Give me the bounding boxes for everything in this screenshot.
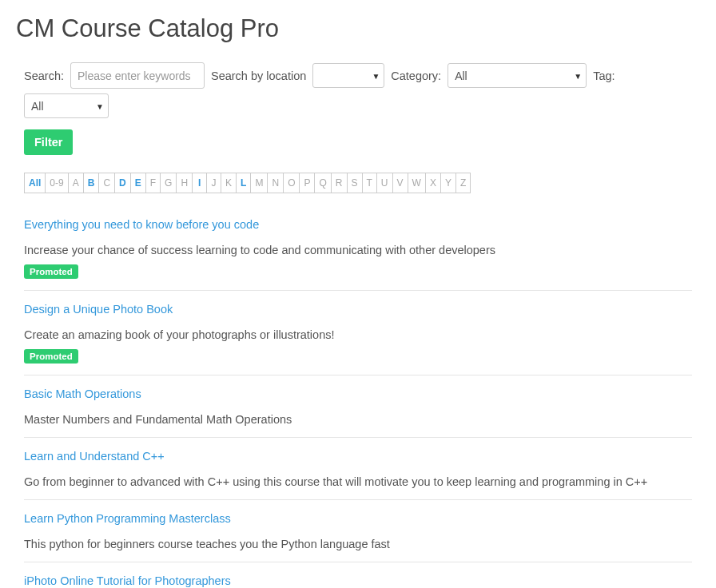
- alpha-letter-a[interactable]: A: [68, 173, 84, 193]
- alpha-letter-n[interactable]: N: [267, 173, 284, 193]
- alpha-letter-v[interactable]: V: [392, 173, 408, 193]
- alpha-letter-y[interactable]: Y: [440, 173, 456, 193]
- course-item: iPhoto Online Tutorial for Photographers…: [24, 562, 692, 588]
- course-description: Increase your chance of success learning…: [24, 244, 692, 256]
- course-item: Learn Python Programming MasterclassThis…: [24, 500, 692, 562]
- course-title-link[interactable]: iPhoto Online Tutorial for Photographers: [24, 574, 231, 587]
- alpha-letter-d[interactable]: D: [114, 173, 131, 193]
- alpha-letter-i[interactable]: I: [192, 173, 207, 193]
- alpha-letter-p[interactable]: P: [299, 173, 315, 193]
- search-input[interactable]: [70, 62, 205, 89]
- tag-label: Tag:: [593, 70, 615, 82]
- course-list: Everything you need to know before you c…: [24, 206, 692, 588]
- alpha-letter-j[interactable]: J: [206, 173, 221, 193]
- page-title: CM Course Catalog Pro: [16, 14, 700, 43]
- course-item: Design a Unique Photo BookCreate an amaz…: [24, 291, 692, 375]
- course-title-link[interactable]: Design a Unique Photo Book: [24, 303, 173, 316]
- alpha-letter-x[interactable]: X: [425, 173, 441, 193]
- promoted-badge: Promoted: [24, 264, 78, 279]
- course-title-link[interactable]: Learn and Understand C++: [24, 450, 165, 463]
- course-item: Everything you need to know before you c…: [24, 206, 692, 291]
- alpha-letter-w[interactable]: W: [408, 173, 426, 193]
- category-label: Category:: [391, 70, 441, 82]
- course-title-link[interactable]: Everything you need to know before you c…: [24, 218, 259, 231]
- course-description: This python for beginners course teaches…: [24, 538, 692, 550]
- category-select[interactable]: All: [448, 63, 587, 88]
- alphabet-filter: All0-9ABCDEFGHIJKLMNOPQRSTUVWXYZ: [24, 173, 692, 193]
- alpha-letter-0-9[interactable]: 0-9: [45, 173, 68, 193]
- alpha-letter-z[interactable]: Z: [455, 173, 471, 193]
- alpha-letter-u[interactable]: U: [376, 173, 393, 193]
- alpha-letter-g[interactable]: G: [160, 173, 177, 193]
- course-title-link[interactable]: Basic Math Operations: [24, 387, 141, 400]
- location-select[interactable]: [312, 63, 384, 88]
- course-description: Master Numbers and Fundamental Math Oper…: [24, 413, 692, 426]
- alpha-letter-r[interactable]: R: [331, 173, 348, 193]
- course-description: Go from beginner to advanced with C++ us…: [24, 475, 692, 488]
- tag-select[interactable]: All: [24, 93, 109, 118]
- course-title-link[interactable]: Learn Python Programming Masterclass: [24, 512, 231, 525]
- promoted-badge: Promoted: [24, 349, 78, 364]
- filter-button[interactable]: Filter: [24, 129, 73, 155]
- alpha-letter-q[interactable]: Q: [314, 173, 331, 193]
- course-item: Learn and Understand C++Go from beginner…: [24, 438, 692, 500]
- alpha-letter-all[interactable]: All: [24, 173, 46, 193]
- location-label: Search by location: [211, 70, 306, 82]
- course-item: Basic Math OperationsMaster Numbers and …: [24, 375, 692, 438]
- alpha-letter-c[interactable]: C: [98, 173, 115, 193]
- alpha-letter-b[interactable]: B: [83, 173, 100, 193]
- alpha-letter-o[interactable]: O: [283, 173, 300, 193]
- search-label: Search:: [24, 70, 64, 82]
- filter-bar: Search: Search by location ▼ Category: A…: [24, 62, 692, 118]
- alpha-letter-s[interactable]: S: [347, 173, 363, 193]
- alpha-letter-f[interactable]: F: [145, 173, 161, 193]
- alpha-letter-e[interactable]: E: [130, 173, 146, 193]
- alpha-letter-l[interactable]: L: [236, 173, 251, 193]
- alpha-letter-t[interactable]: T: [362, 173, 377, 193]
- alpha-letter-m[interactable]: M: [250, 173, 268, 193]
- alpha-letter-h[interactable]: H: [176, 173, 193, 193]
- alpha-letter-k[interactable]: K: [221, 173, 237, 193]
- course-description: Create an amazing book of your photograp…: [24, 328, 692, 341]
